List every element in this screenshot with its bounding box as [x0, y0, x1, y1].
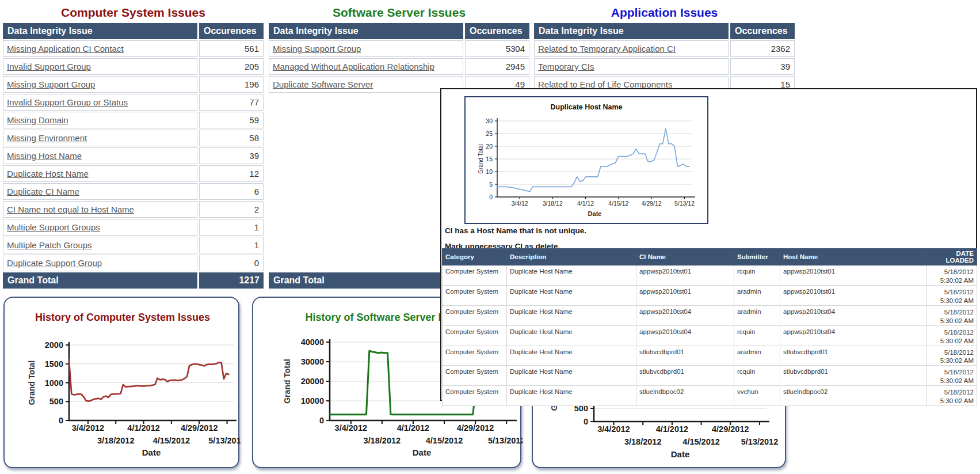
issue-link[interactable]: Missing Support Group: [273, 44, 361, 54]
software-server-issue-rows: Missing Support Group5304Managed Without…: [269, 40, 529, 93]
table-title-software-server: Software Server Issues: [267, 3, 531, 22]
issue-link[interactable]: Missing Support Group: [7, 79, 95, 89]
svg-text:3/18/2012: 3/18/2012: [97, 436, 135, 445]
issue-row: Duplicate Host Name12: [3, 165, 264, 182]
svg-text:4/15/2012: 4/15/2012: [682, 437, 720, 446]
popup-note-unique: CI has a Host Name that is not unique.: [445, 226, 586, 235]
svg-text:4/1/2012: 4/1/2012: [397, 423, 429, 433]
col-header-category: Category: [443, 249, 507, 266]
application-issue-rows: Related to Temporary Application CI2362T…: [534, 40, 795, 93]
issue-link[interactable]: Duplicate Software Server: [273, 79, 373, 89]
popup-chart-frame: 0510152025303/4/123/18/124/1/124/15/124/…: [464, 96, 708, 224]
issue-row: Invalid Support Group205: [3, 58, 264, 75]
svg-text:4/15/12: 4/15/12: [608, 200, 628, 207]
issue-link[interactable]: Missing Application CI Contact: [7, 44, 124, 54]
svg-text:4/29/12: 4/29/12: [642, 200, 662, 207]
detail-row: Computer SystemDuplicate Host Namestlubv…: [443, 366, 977, 386]
detail-row: Computer SystemDuplicate Host Nameappwsp…: [443, 285, 977, 305]
svg-text:3/4/12: 3/4/12: [511, 200, 528, 207]
data-integrity-dashboard: Computer System Issues Data Integrity Is…: [0, 0, 980, 474]
svg-text:5: 5: [489, 181, 493, 188]
svg-text:30000: 30000: [301, 357, 324, 366]
col-header-date-loaded: DATE LOADED: [927, 249, 977, 266]
svg-text:0: 0: [584, 417, 588, 426]
issue-row: Missing Support Group196: [3, 76, 264, 93]
issue-row: Missing Domain59: [3, 112, 264, 128]
col-header-occurences: Occurences: [730, 23, 795, 39]
issue-row: Managed Without Application Relationship…: [269, 58, 529, 75]
grand-total-label: Grand Total: [3, 272, 197, 289]
col-header-description: Description: [507, 249, 636, 266]
issue-link[interactable]: Duplicate Host Name: [7, 169, 89, 179]
svg-text:2000: 2000: [45, 340, 63, 350]
grand-total-label: Grand Total: [269, 272, 463, 289]
issue-row: Missing Application CI Contact561: [3, 40, 264, 57]
svg-text:3/18/2012: 3/18/2012: [624, 437, 662, 446]
issue-link[interactable]: Missing Host Name: [7, 151, 82, 161]
detail-row: Computer SystemDuplicate Host Nameappwsp…: [443, 325, 977, 346]
issue-link[interactable]: Related to Temporary Application CI: [538, 44, 676, 54]
issue-link[interactable]: Invalid Support Group: [7, 62, 91, 71]
table-title-computer-system: Computer System Issues: [1, 3, 265, 22]
issue-row: CI Name not equal to Host Name2: [3, 201, 264, 218]
duplicate-host-name-popup: 0510152025303/4/123/18/124/1/124/15/124/…: [440, 88, 977, 401]
svg-text:Date: Date: [413, 448, 432, 457]
svg-text:30: 30: [486, 117, 493, 124]
issue-row: Duplicate CI Name6: [3, 183, 264, 200]
issue-row: Related to Temporary Application CI2362: [534, 40, 795, 57]
svg-text:Grand Total: Grand Total: [478, 144, 484, 174]
grand-total-row: Grand Total 1217: [3, 272, 264, 289]
issue-row: Missing Environment58: [3, 130, 264, 146]
issue-link[interactable]: Duplicate CI Name: [7, 187, 79, 196]
issue-link[interactable]: Duplicate Support Group: [7, 258, 102, 268]
issue-link[interactable]: Temporary CIs: [538, 62, 594, 71]
col-header-occurences: Occurences: [465, 23, 529, 39]
svg-text:Grand Total: Grand Total: [27, 361, 36, 405]
duplicate-host-name-chart: 0510152025303/4/123/18/124/1/124/15/124/…: [466, 97, 707, 223]
computer-system-issues-section: Computer System Issues Data Integrity Is…: [1, 3, 265, 290]
svg-text:4/29/2012: 4/29/2012: [457, 423, 494, 433]
issue-link[interactable]: Invalid Support Group or Status: [7, 97, 128, 107]
svg-text:Date: Date: [671, 449, 690, 459]
svg-text:20000: 20000: [301, 377, 324, 386]
grand-total-value: 1217: [199, 272, 264, 289]
svg-text:1000: 1000: [45, 378, 63, 388]
svg-text:0: 0: [489, 194, 493, 200]
svg-text:25: 25: [486, 130, 493, 137]
svg-text:15: 15: [486, 156, 493, 162]
issue-link[interactable]: Missing Environment: [7, 133, 87, 143]
svg-text:40000: 40000: [301, 338, 324, 347]
svg-text:4/1/2012: 4/1/2012: [127, 423, 159, 433]
col-header-data-integrity-issue: Data Integrity Issue: [269, 23, 463, 39]
svg-text:4/29/2012: 4/29/2012: [181, 423, 218, 433]
col-header-data-integrity-issue: Data Integrity Issue: [3, 23, 197, 39]
detail-row: Computer SystemDuplicate Host Nameappwsp…: [443, 266, 977, 286]
issue-link[interactable]: Managed Without Application Relationship: [273, 62, 434, 71]
issue-link[interactable]: CI Name not equal to Host Name: [7, 204, 134, 214]
svg-text:4/1/12: 4/1/12: [577, 200, 594, 207]
col-header-ci-name: CI Name: [636, 249, 734, 266]
svg-text:4/29/2012: 4/29/2012: [712, 424, 749, 434]
svg-text:0: 0: [319, 416, 324, 425]
svg-text:Grand Total: Grand Total: [283, 359, 292, 404]
issue-link[interactable]: Multiple Patch Groups: [7, 240, 92, 250]
svg-text:5/13/2012: 5/13/2012: [208, 436, 241, 445]
computer-system-issue-rows: Missing Application CI Contact561Invalid…: [3, 40, 264, 271]
svg-text:0: 0: [59, 416, 63, 425]
issue-link[interactable]: Missing Domain: [7, 115, 68, 125]
svg-text:500: 500: [49, 397, 63, 406]
svg-text:3/18/2012: 3/18/2012: [364, 436, 401, 445]
issue-link[interactable]: Multiple Support Groups: [7, 222, 100, 232]
duplicate-host-name-rows: Computer SystemDuplicate Host Nameappwsp…: [443, 266, 977, 406]
svg-text:4/15/2012: 4/15/2012: [426, 436, 463, 445]
svg-text:Date: Date: [142, 448, 161, 457]
col-header-occurences: Occurences: [199, 23, 264, 39]
computer-system-history-card: 05001000150020003/4/20123/18/20124/1/201…: [3, 297, 239, 468]
svg-text:4/1/2012: 4/1/2012: [656, 424, 688, 434]
svg-text:4/15/2012: 4/15/2012: [153, 436, 190, 445]
svg-text:5/13/12: 5/13/12: [674, 200, 695, 207]
issue-row: Missing Host Name39: [3, 147, 264, 164]
svg-text:5/13/2012: 5/13/2012: [488, 436, 523, 445]
issue-row: Temporary CIs39: [534, 58, 795, 75]
svg-text:10: 10: [486, 168, 493, 175]
